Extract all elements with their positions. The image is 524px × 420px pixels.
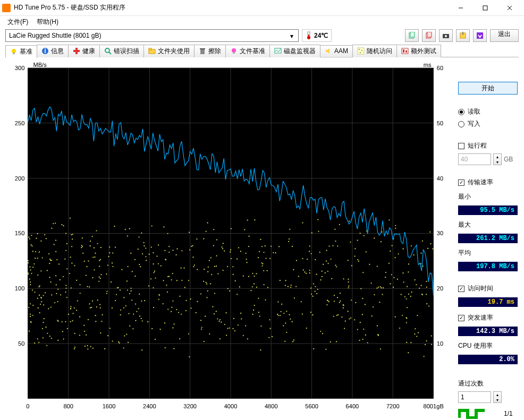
svg-point-318 — [217, 273, 218, 275]
passes-spinner[interactable]: ▴▾ — [458, 391, 518, 403]
svg-point-342 — [252, 273, 253, 274]
svg-rect-38 — [405, 50, 407, 53]
access-check[interactable]: 访问时间 — [458, 284, 518, 293]
cpu-label: CPU 使用率 — [458, 341, 518, 350]
svg-point-697 — [108, 256, 109, 257]
screenshot-button[interactable] — [439, 29, 453, 42]
min-label: 最小 — [458, 192, 518, 201]
svg-point-110 — [343, 307, 344, 308]
svg-point-130 — [124, 335, 125, 336]
read-radio[interactable]: 读取 — [458, 107, 518, 116]
svg-point-665 — [112, 262, 113, 263]
write-radio[interactable]: 写入 — [458, 119, 518, 128]
copy-screenshot-button[interactable] — [422, 29, 436, 42]
svg-point-369 — [141, 349, 142, 350]
save-button[interactable] — [473, 29, 487, 42]
svg-point-186 — [334, 301, 335, 302]
svg-point-335 — [320, 331, 321, 332]
minimize-button[interactable] — [449, 0, 473, 16]
burst-check[interactable]: 突发速率 — [458, 313, 518, 322]
passes-input[interactable] — [458, 391, 491, 403]
svg-point-595 — [92, 236, 93, 237]
transfer-check[interactable]: 传输速率 — [458, 178, 518, 187]
svg-point-360 — [221, 246, 222, 247]
copy-info-button[interactable] — [405, 29, 419, 42]
options-button[interactable] — [456, 29, 470, 42]
svg-point-525 — [246, 262, 247, 263]
svg-point-200 — [119, 342, 120, 344]
svg-point-115 — [65, 285, 66, 286]
svg-point-460 — [206, 284, 207, 285]
svg-point-80 — [189, 356, 190, 357]
svg-point-621 — [395, 228, 396, 229]
svg-point-630 — [214, 313, 215, 314]
svg-point-623 — [134, 276, 136, 277]
svg-point-447 — [210, 283, 211, 284]
svg-point-736 — [132, 328, 133, 329]
svg-point-606 — [181, 314, 182, 315]
sidebar: 开始 读取 写入 短行程 ▴▾ GB 传输速率 最小 95.5 MB/s 最大 … — [458, 63, 518, 415]
svg-rect-10 — [427, 32, 432, 37]
svg-point-264 — [98, 281, 99, 282]
svg-point-477 — [179, 296, 180, 297]
shortstroke-check[interactable]: 短行程 — [458, 141, 518, 150]
tab-errorscan[interactable]: 错误扫描 — [99, 45, 144, 57]
thermometer-icon — [306, 31, 312, 40]
svg-point-122 — [419, 288, 420, 289]
svg-point-261 — [106, 293, 107, 294]
svg-point-225 — [391, 274, 392, 275]
svg-point-336 — [188, 280, 189, 281]
svg-point-675 — [130, 290, 131, 292]
svg-point-178 — [140, 266, 141, 267]
svg-point-63 — [261, 262, 263, 263]
svg-point-558 — [120, 314, 121, 315]
svg-point-721 — [420, 253, 421, 254]
svg-point-537 — [42, 257, 43, 258]
svg-point-298 — [256, 273, 257, 274]
svg-point-744 — [172, 301, 173, 302]
svg-point-337 — [422, 241, 423, 242]
svg-point-406 — [426, 294, 427, 295]
svg-point-410 — [216, 265, 217, 267]
exit-button[interactable]: 退出 — [490, 29, 519, 42]
svg-point-429 — [425, 344, 426, 345]
tab-erase[interactable]: 擦除 — [194, 45, 226, 57]
menu-file[interactable]: 文件(F) — [3, 16, 32, 28]
svg-point-71 — [265, 245, 266, 246]
tab-folder[interactable]: 文件夹使用 — [143, 45, 195, 57]
svg-text:60: 60 — [437, 65, 443, 71]
tab-monitor[interactable]: 磁盘监视器 — [269, 45, 320, 57]
svg-point-415 — [231, 228, 232, 229]
svg-point-325 — [252, 314, 253, 315]
svg-point-116 — [167, 292, 168, 293]
svg-point-577 — [357, 240, 358, 241]
svg-point-270 — [153, 307, 154, 308]
maximize-button[interactable] — [473, 0, 497, 16]
close-button[interactable] — [497, 0, 522, 16]
svg-point-412 — [343, 305, 344, 306]
tab-extra[interactable]: 额外测试 — [396, 45, 441, 57]
tab-filebench[interactable]: 文件基准 — [225, 45, 270, 57]
svg-point-478 — [213, 245, 214, 246]
svg-point-437 — [212, 306, 213, 307]
svg-point-638 — [37, 258, 38, 259]
tab-random[interactable]: 随机访问 — [352, 45, 397, 57]
svg-point-98 — [128, 342, 129, 343]
start-button[interactable]: 开始 — [458, 82, 518, 95]
svg-point-242 — [56, 259, 57, 260]
tab-info[interactable]: i信息 — [37, 45, 69, 57]
tab-benchmark[interactable]: 基准 — [5, 45, 37, 58]
svg-point-428 — [260, 325, 261, 327]
spinner-arrows[interactable]: ▴▾ — [493, 391, 502, 403]
svg-point-417 — [205, 316, 206, 317]
passes-label: 通过次数 — [458, 379, 518, 388]
menu-help[interactable]: 帮助(H) — [32, 16, 63, 28]
svg-point-646 — [204, 341, 205, 342]
tab-aam[interactable]: AAM — [320, 45, 353, 56]
tab-health[interactable]: 健康 — [68, 45, 100, 57]
svg-text:250: 250 — [15, 120, 25, 126]
svg-point-535 — [30, 244, 31, 245]
svg-point-548 — [337, 297, 338, 298]
drive-select[interactable]: LaCie Rugged Shuttle (8001 gB) ▾ — [5, 29, 299, 42]
svg-point-425 — [258, 257, 259, 258]
